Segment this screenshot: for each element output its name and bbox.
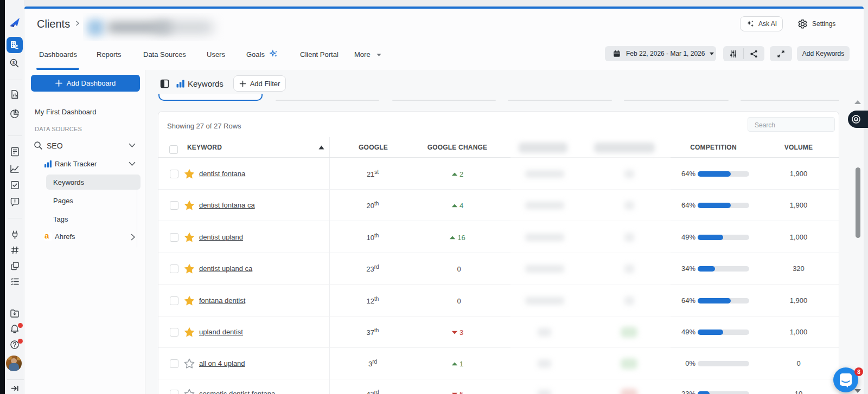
svg-text:$: $	[12, 60, 15, 65]
